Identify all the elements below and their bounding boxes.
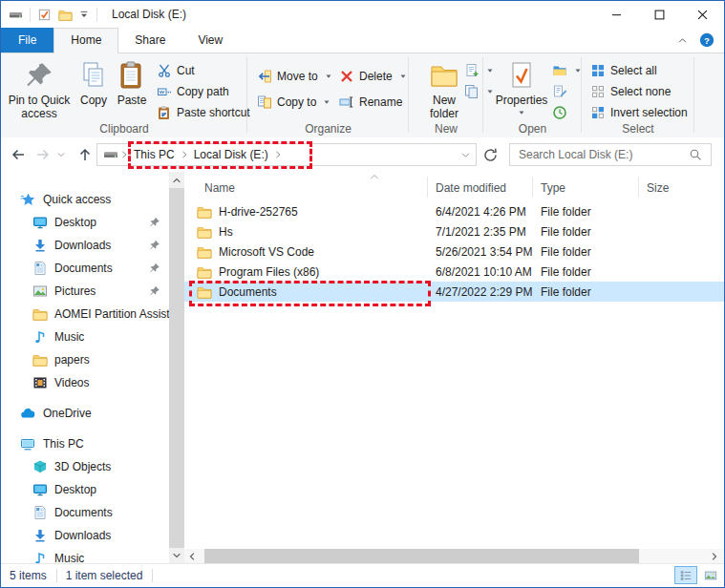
scrollbar-thumb[interactable] [204,549,639,564]
address-bar[interactable]: This PCLocal Disk (E:) [96,143,477,166]
ribbon-button-edit-icon[interactable] [552,81,582,102]
ribbon-button-open-folder-icon[interactable] [552,60,582,81]
sidebar-item-documents[interactable]: Documents [1,501,169,524]
file-row-h-drive-252765[interactable]: H-drive-2527656/4/2021 4:26 PMFile folde… [184,201,724,221]
sidebar-item-aomei-partition-assista[interactable]: AOMEI Partition Assista [1,303,169,326]
search-input[interactable] [510,148,689,161]
search-icon[interactable] [689,148,702,161]
video-icon [32,375,48,390]
ribbon-button-copy[interactable]: Copy [75,57,113,110]
forward-icon[interactable] [35,147,51,162]
sidebar-item-downloads[interactable]: Downloads [1,234,169,257]
new-folder-quick-icon[interactable] [58,8,73,22]
button-label: Move to [277,70,318,83]
refresh-icon[interactable] [482,147,499,163]
copy-icon [78,60,109,91]
sidebar-scrollbar[interactable] [169,172,184,564]
file-row-hs[interactable]: Hs7/1/2021 2:35 PMFile folder [184,221,724,242]
breadcrumb-chevron-icon[interactable] [119,150,129,159]
sidebar-item-downloads[interactable]: Downloads [1,524,169,547]
sidebar-item-documents[interactable]: Documents [1,257,169,280]
separator [96,8,97,22]
ribbon-button-delete[interactable]: Delete [339,63,407,89]
ribbon-button-copy-to[interactable]: Copy to [257,89,332,115]
sidebar-item-music[interactable]: Music [1,326,169,348]
button-label: Rename [359,95,402,109]
sidebar-item-label: Documents [54,506,113,519]
scroll-right-icon[interactable] [709,551,720,562]
caret-down-icon [323,98,331,106]
scroll-left-icon[interactable] [186,551,198,562]
breadcrumb-item[interactable]: This PC [130,148,179,161]
computer-icon [20,436,35,452]
file-row-microsoft-vs-code[interactable]: Microsoft VS Code5/26/2021 3:54 PMFile f… [184,242,724,262]
sidebar-item-this-pc[interactable]: This PC [1,432,169,455]
column-header-date-modified[interactable]: Date modified [428,177,533,198]
ribbon-button-paste-shortcut[interactable]: Paste shortcut [157,102,250,123]
properties-icon [506,60,537,91]
thumbnails-view-button[interactable] [699,566,722,584]
close-icon [697,10,708,20]
drive-icon[interactable] [9,8,23,22]
horizontal-scrollbar[interactable] [184,549,724,564]
column-header-name[interactable]: Name [184,177,428,198]
scroll-down-icon[interactable] [171,550,182,561]
ribbon-button-copy-path[interactable]: Copy path [157,81,250,102]
back-icon[interactable] [11,147,26,162]
scroll-up-icon[interactable] [171,175,182,186]
sidebar-item-3d-objects[interactable]: 3D Objects [1,455,169,478]
group-label-clipboard: Clipboard [1,122,247,136]
customize-toolbar-caret-icon[interactable] [78,9,90,20]
sidebar-item-music[interactable]: Music [1,547,169,564]
breadcrumb-chevron-icon[interactable] [180,150,189,159]
file-name-cell: Program Files (x86) [184,264,428,280]
sidebar-item-quick-access[interactable]: Quick access [1,188,169,211]
column-header-type[interactable]: Type [533,177,639,198]
ribbon-button-move-to[interactable]: Move to [257,63,332,89]
file-date: 6/4/2021 4:26 PM [428,205,533,219]
pin-icon [149,240,160,251]
folder-icon [32,352,48,368]
file-row-documents[interactable]: Documents4/27/2022 2:29 PMFile folder [184,282,724,302]
new-item-icon [464,63,480,78]
file-type: File folder [533,285,639,299]
caret-down-icon [399,73,407,80]
sidebar-item-pictures[interactable]: Pictures [1,280,169,303]
ribbon-button-paste[interactable]: Paste [113,57,151,110]
ribbon-button-select-none[interactable]: Select none [590,81,688,102]
tab-share[interactable]: Share [118,28,181,52]
recent-locations-chevron-icon[interactable] [56,150,66,159]
address-dropdown-chevron-icon[interactable] [460,150,471,160]
sidebar-item-papers[interactable]: papers [1,348,169,371]
ribbon-button-pin-to-quick-access[interactable]: Pin to Quick access [4,57,75,124]
ribbon-button-select-all[interactable]: Select all [590,60,688,81]
sidebar-item-onedrive[interactable]: OneDrive [1,402,169,425]
file-row-program-files-x86[interactable]: Program Files (x86)6/8/2021 10:10 AMFile… [184,262,724,282]
separator [30,8,31,22]
invert-selection-icon [590,105,606,120]
breadcrumb-item[interactable]: Local Disk (E:) [190,148,272,161]
tab-file[interactable]: File [1,28,53,52]
delete-icon [339,69,354,84]
tab-view[interactable]: View [181,28,239,52]
maximize-button[interactable] [638,1,681,28]
breadcrumb-chevron-icon[interactable] [273,150,283,159]
minimize-button[interactable] [595,1,638,28]
sidebar-item-videos[interactable]: Videos [1,371,169,394]
ribbon-button-properties[interactable]: Properties [487,57,556,119]
ribbon-button-invert-selection[interactable]: Invert selection [590,102,688,123]
sidebar-item-desktop[interactable]: Desktop [1,211,169,234]
details-view-button[interactable] [674,566,697,584]
scrollbar-thumb[interactable] [169,188,184,548]
properties-quick-icon[interactable] [37,8,52,22]
ribbon-button-history-icon[interactable] [552,102,582,123]
collapse-ribbon-icon[interactable] [677,35,688,46]
column-header-size[interactable]: Size [639,177,724,198]
close-button[interactable] [681,1,724,28]
sidebar-item-desktop[interactable]: Desktop [1,478,169,501]
up-icon[interactable] [77,147,93,162]
ribbon-button-rename[interactable]: Rename [339,89,407,115]
help-icon[interactable]: ? [699,32,714,48]
ribbon-button-cut[interactable]: Cut [157,60,250,81]
tab-home[interactable]: Home [53,28,118,53]
